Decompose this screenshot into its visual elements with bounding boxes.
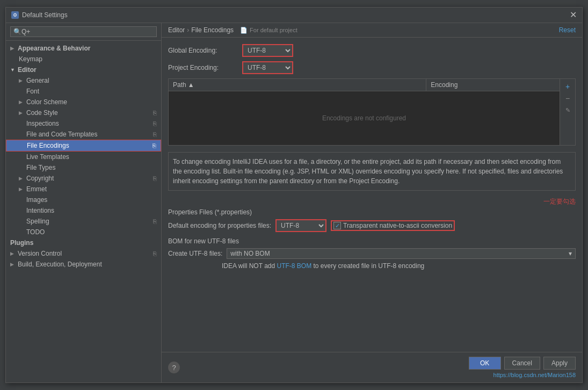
transparent-checkbox[interactable] bbox=[333, 222, 341, 229]
props-encoding-select[interactable]: UTF-8 ISO-8859-1 bbox=[277, 220, 325, 231]
arrow-icon: ▶ bbox=[10, 262, 16, 267]
sidebar-item-appearance[interactable]: ▶ Appearance & Behavior bbox=[6, 43, 161, 54]
sidebar-item-inspections[interactable]: Inspections ⎘ bbox=[6, 118, 161, 129]
arrow-icon: ▶ bbox=[19, 99, 24, 105]
breadcrumb-current: File Encodings bbox=[191, 26, 234, 34]
bom-select-value: with NO BOM bbox=[230, 250, 567, 257]
default-encoding-label: Default encoding for properties files: bbox=[168, 222, 271, 229]
transparent-label: Transparent native-to-ascii conversion bbox=[343, 222, 452, 229]
dialog: ⚙ Default Settings ✕ 🔍 ▶ Appearance & Be… bbox=[5, 7, 583, 383]
sidebar-item-copyright[interactable]: ▶ Copyright ⎘ bbox=[6, 173, 161, 184]
copy-icon: ⎘ bbox=[153, 131, 157, 138]
bom-info-text: IDEA will NOT add bbox=[222, 262, 277, 270]
properties-section: Properties Files (*.properties) Default … bbox=[168, 208, 576, 232]
remove-button[interactable]: − bbox=[562, 93, 573, 104]
copy-icon: ⎘ bbox=[153, 250, 157, 257]
sidebar-item-todo[interactable]: TODO bbox=[6, 227, 161, 237]
copy-icon: ⎘ bbox=[153, 120, 157, 127]
sidebar-item-label: Color Scheme bbox=[26, 98, 67, 106]
sidebar-item-file-encodings[interactable]: File Encodings ⎘ bbox=[6, 140, 161, 151]
dialog-body: 🔍 ▶ Appearance & Behavior Keymap ▼ bbox=[6, 23, 582, 382]
sidebar-item-label: Inspections bbox=[26, 120, 59, 127]
edit-button[interactable]: ✎ bbox=[562, 105, 573, 115]
table-body: Encodings are not configured bbox=[169, 91, 560, 145]
col-path[interactable]: Path ▲ bbox=[169, 79, 426, 91]
close-button[interactable]: ✕ bbox=[570, 11, 577, 19]
props-encoding-row: Default encoding for properties files: U… bbox=[168, 219, 576, 232]
sidebar-item-label: File Types bbox=[26, 164, 55, 171]
sidebar-item-label: General bbox=[26, 77, 49, 84]
sidebar-item-label: Editor bbox=[18, 66, 37, 74]
table-header: Path ▲ Encoding bbox=[169, 79, 560, 91]
global-encoding-row: Global Encoding: UTF-8 ISO-8859-1 US-ASC… bbox=[168, 44, 576, 57]
sidebar-item-editor[interactable]: ▼ Editor bbox=[6, 64, 161, 75]
sidebar-item-build-execution[interactable]: ▶ Build, Execution, Deployment bbox=[6, 259, 161, 270]
title-bar: ⚙ Default Settings ✕ bbox=[6, 8, 582, 23]
breadcrumb: Editor › File Encodings 📄 For default pr… bbox=[168, 26, 297, 34]
app-icon: ⚙ bbox=[11, 11, 19, 19]
sidebar-item-label: File and Code Templates bbox=[26, 131, 98, 138]
sidebar-item-live-templates[interactable]: Live Templates bbox=[6, 151, 161, 162]
sidebar-item-code-style[interactable]: ▶ Code Style ⎘ bbox=[6, 107, 161, 118]
table-inner: Path ▲ Encoding Encodings are not config… bbox=[169, 79, 560, 145]
url-bar: https://blog.csdn.net/Marion158 bbox=[493, 372, 576, 378]
breadcrumb-bar: Editor › File Encodings 📄 For default pr… bbox=[162, 23, 582, 38]
cancel-button[interactable]: Cancel bbox=[504, 357, 540, 370]
sidebar-item-label: Build, Execution, Deployment bbox=[18, 261, 102, 268]
sidebar-item-label: Live Templates bbox=[26, 153, 69, 161]
sidebar-item-intentions[interactable]: Intentions bbox=[6, 205, 161, 216]
sidebar-item-font[interactable]: Font bbox=[6, 86, 161, 97]
sidebar-item-images[interactable]: Images bbox=[6, 194, 161, 205]
bom-create-select[interactable]: with NO BOM ▾ bbox=[227, 248, 576, 259]
sidebar-item-file-types[interactable]: File Types bbox=[6, 162, 161, 173]
footer-left: ? bbox=[168, 362, 180, 373]
col-encoding-label: Encoding bbox=[431, 81, 458, 89]
reset-link[interactable]: Reset bbox=[559, 26, 576, 34]
sidebar-item-label: Version Control bbox=[18, 250, 62, 257]
help-button[interactable]: ? bbox=[168, 362, 180, 373]
breadcrumb-sub-label: For default project bbox=[250, 27, 297, 33]
copy-icon: ⎘ bbox=[153, 110, 157, 116]
add-button[interactable]: + bbox=[562, 81, 573, 92]
sort-icon: ▲ bbox=[188, 81, 194, 89]
sidebar-item-color-scheme[interactable]: ▶ Color Scheme bbox=[6, 97, 161, 107]
arrow-icon: ▼ bbox=[10, 67, 16, 73]
project-encoding-select[interactable]: UTF-8 ISO-8859-1 US-ASCII UTF-16 bbox=[243, 62, 292, 73]
sidebar-item-version-control[interactable]: ▶ Version Control ⎘ bbox=[6, 248, 161, 259]
utf8-bom-link[interactable]: UTF-8 BOM bbox=[277, 262, 311, 270]
breadcrumb-separator: › bbox=[187, 26, 189, 34]
sidebar-item-label: TODO bbox=[26, 228, 45, 236]
sidebar-item-keymap[interactable]: Keymap bbox=[6, 54, 161, 64]
dropdown-icon: ▾ bbox=[569, 250, 572, 257]
nav-tree: ▶ Appearance & Behavior Keymap ▼ Editor … bbox=[6, 41, 161, 382]
sidebar-item-label: Copyright bbox=[26, 175, 54, 182]
project-encoding-row: Project Encoding: UTF-8 ISO-8859-1 US-AS… bbox=[168, 61, 576, 74]
global-encoding-select[interactable]: UTF-8 ISO-8859-1 US-ASCII UTF-16 bbox=[243, 45, 292, 56]
sidebar-item-plugins[interactable]: Plugins bbox=[6, 237, 161, 248]
sidebar-item-label: Intentions bbox=[26, 207, 54, 214]
search-input[interactable] bbox=[21, 28, 154, 35]
arrow-icon: ▶ bbox=[19, 78, 24, 83]
arrow-icon: ▶ bbox=[10, 251, 16, 256]
sidebar-item-label: Emmet bbox=[26, 185, 47, 193]
properties-title: Properties Files (*.properties) bbox=[168, 208, 576, 216]
sidebar-item-emmet[interactable]: ▶ Emmet bbox=[6, 184, 161, 194]
ok-button[interactable]: OK bbox=[469, 357, 501, 370]
content-area: Global Encoding: UTF-8 ISO-8859-1 US-ASC… bbox=[162, 38, 582, 352]
copy-icon: ⎘ bbox=[153, 175, 157, 182]
encoding-table: Path ▲ Encoding Encodings are not config… bbox=[168, 78, 576, 146]
sidebar-item-file-code-templates[interactable]: File and Code Templates ⎘ bbox=[6, 129, 161, 140]
bom-title: BOM for new UTF-8 files bbox=[168, 237, 576, 245]
apply-button[interactable]: Apply bbox=[543, 357, 576, 370]
sidebar-item-label: Spelling bbox=[26, 218, 49, 225]
sidebar-item-label: Appearance & Behavior bbox=[18, 45, 90, 52]
dialog-title: Default Settings bbox=[22, 11, 68, 19]
sidebar-item-general[interactable]: ▶ General bbox=[6, 75, 161, 86]
sidebar-item-spelling[interactable]: Spelling ⎘ bbox=[6, 216, 161, 227]
arrow-icon: ▶ bbox=[19, 176, 24, 181]
bom-info-text2: to every created file in UTF-8 encoding bbox=[311, 262, 424, 270]
bom-create-row: Create UTF-8 files: with NO BOM ▾ bbox=[168, 248, 576, 259]
sidebar-item-label: Images bbox=[26, 196, 47, 204]
sidebar-item-label: File Encodings bbox=[27, 142, 69, 149]
search-inner: 🔍 bbox=[10, 26, 157, 37]
